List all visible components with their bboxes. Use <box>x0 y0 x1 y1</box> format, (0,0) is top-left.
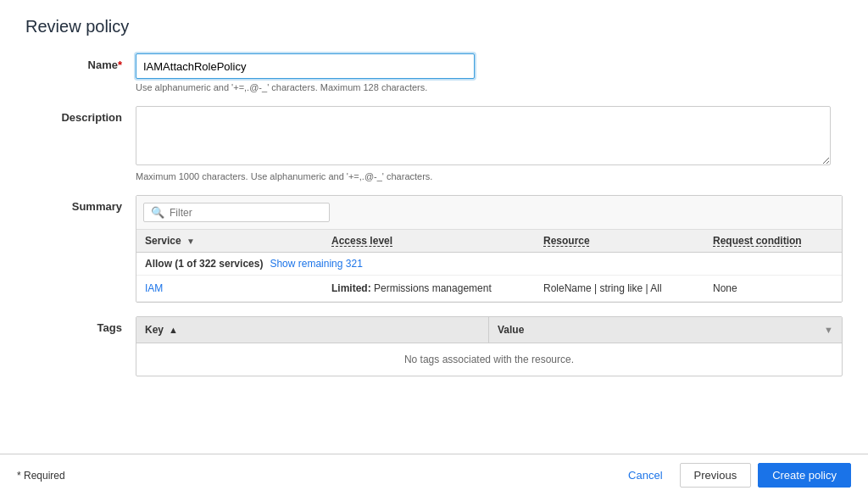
name-input[interactable] <box>136 53 475 79</box>
filter-input-wrap[interactable]: 🔍 <box>143 203 330 222</box>
th-access-level: Access level <box>331 235 543 247</box>
tags-container: Key ▲ Value ▼ No tags associated with th… <box>136 316 843 376</box>
summary-container: 🔍 Service ▼ Access level Resource <box>136 195 843 303</box>
summary-label: Summary <box>25 195 136 213</box>
th-key: Key ▲ <box>136 317 489 343</box>
cancel-button[interactable]: Cancel <box>618 464 672 487</box>
filter-input[interactable] <box>170 207 322 219</box>
iam-service-link[interactable]: IAM <box>145 282 331 294</box>
footer-buttons: Cancel Previous Create policy <box>618 463 851 488</box>
sort-up-icon: ▲ <box>169 325 178 335</box>
tags-label: Tags <box>25 316 136 334</box>
allow-row: Allow (1 of 322 services) Show remaining… <box>136 253 842 276</box>
request-condition-cell: None <box>713 282 833 294</box>
th-resource: Resource <box>543 235 713 247</box>
page-title: Review policy <box>25 17 843 36</box>
required-note: * Required <box>17 470 618 482</box>
description-label: Description <box>25 106 136 124</box>
table-row: IAM Limited: Permissions management Role… <box>136 276 842 302</box>
name-label: Name* <box>25 53 136 71</box>
create-policy-button[interactable]: Create policy <box>758 463 851 488</box>
previous-button[interactable]: Previous <box>680 463 752 488</box>
access-level-cell: Limited: Permissions management <box>331 282 543 294</box>
sort-arrow-icon: ▼ <box>186 237 195 246</box>
table-header: Service ▼ Access level Resource Request … <box>136 230 842 253</box>
sort-down-icon: ▼ <box>824 325 833 335</box>
th-value: Value ▼ <box>489 317 842 343</box>
tags-header: Key ▲ Value ▼ <box>136 317 842 343</box>
allow-text: Allow (1 of 322 services) <box>145 258 263 270</box>
description-hint: Maximum 1000 characters. Use alphanumeri… <box>136 171 843 181</box>
filter-bar: 🔍 <box>136 196 842 230</box>
th-service[interactable]: Service ▼ <box>145 235 331 247</box>
th-request-condition: Request condition <box>713 235 833 247</box>
name-hint: Use alphanumeric and '+=,.@-_' character… <box>136 82 843 92</box>
resource-cell: RoleName | string like | All <box>543 282 713 294</box>
no-tags-text: No tags associated with the resource. <box>136 343 842 376</box>
search-icon: 🔍 <box>151 206 164 219</box>
description-textarea[interactable] <box>136 106 831 165</box>
show-remaining-link[interactable]: Show remaining 321 <box>270 258 362 270</box>
footer: * Required Cancel Previous Create policy <box>0 454 868 496</box>
